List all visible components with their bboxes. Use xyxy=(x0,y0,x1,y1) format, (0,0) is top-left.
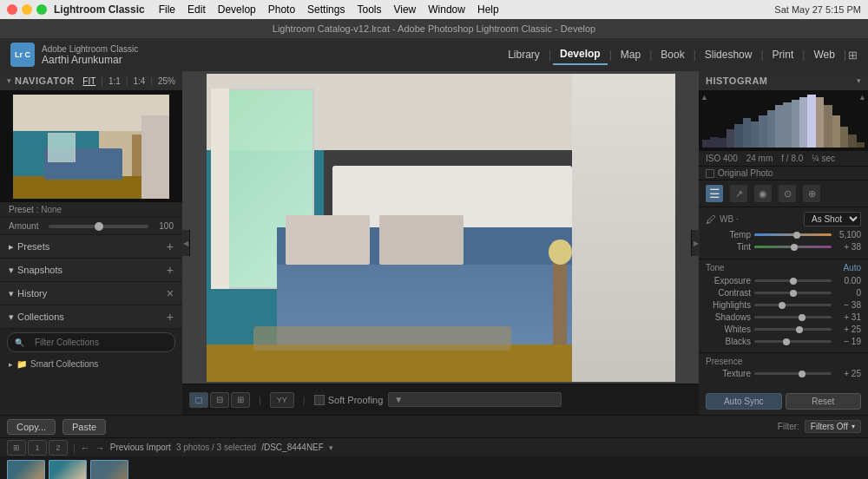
temp-value: 5,100 xyxy=(835,230,861,240)
shadows-slider[interactable] xyxy=(754,316,832,318)
reset-button[interactable]: Reset xyxy=(786,393,862,410)
whites-slider[interactable] xyxy=(754,328,832,331)
filter-dropdown[interactable]: Filters Off ▾ xyxy=(805,420,861,433)
filmstrip-back-btn[interactable]: ← xyxy=(81,443,90,453)
zoom-fit[interactable]: FIT xyxy=(82,76,95,86)
snapshots-section-header[interactable]: ▾ Snapshots + xyxy=(0,259,182,282)
tone-curve-tool[interactable]: ↗ xyxy=(730,185,747,202)
filmstrip-num2-btn[interactable]: 2 xyxy=(49,440,68,456)
nav-develop[interactable]: Develop xyxy=(553,44,608,65)
menu-view[interactable]: View xyxy=(393,3,416,16)
highlights-slider[interactable] xyxy=(754,304,832,306)
history-section-header[interactable]: ▾ History × xyxy=(0,282,182,305)
smart-collections-item[interactable]: ▸ 📁 Smart Collections xyxy=(0,356,182,372)
sync-reset-bar: Auto Sync Reset xyxy=(699,388,868,415)
collections-section-header[interactable]: ▾ Collections + xyxy=(0,305,182,329)
soft-proofing-dropdown[interactable]: ▼ xyxy=(388,392,562,407)
presets-section-header[interactable]: ▸ Presets + xyxy=(0,235,182,259)
snapshots-add-button[interactable]: + xyxy=(167,263,174,277)
filmstrip-path-dropdown[interactable]: ▾ xyxy=(329,443,333,452)
menu-tools[interactable]: Tools xyxy=(357,3,381,16)
filmstrip-thumb-2[interactable] xyxy=(49,460,87,479)
paste-button[interactable]: Paste xyxy=(62,419,106,435)
basic-panel-tool[interactable]: ☰ xyxy=(706,185,723,202)
close-button-traffic[interactable] xyxy=(7,4,17,15)
history-label: History xyxy=(17,288,47,299)
histogram-highlight-clip[interactable]: ▲ xyxy=(858,93,866,102)
history-close-button[interactable]: × xyxy=(167,286,174,300)
wb-eyedropper-icon[interactable]: 🖊 xyxy=(706,213,716,226)
temp-slider[interactable] xyxy=(754,233,832,236)
mac-bar-left: Lightroom Classic File Edit Develop Phot… xyxy=(7,3,499,16)
zoom-sep-3: | xyxy=(150,76,153,86)
preset-label: Preset : None xyxy=(9,205,62,214)
navigator-preview-area xyxy=(0,91,182,202)
auto-sync-button[interactable]: Auto Sync xyxy=(706,393,782,410)
before-after-button[interactable]: YY xyxy=(270,392,294,408)
nav-print[interactable]: Print xyxy=(766,45,801,64)
nav-sep-3: | xyxy=(649,49,652,61)
whites-value: + 25 xyxy=(835,325,861,334)
white-balance-section: 🖊 WB · As Shot Temp 5,100 Tint xyxy=(699,207,868,259)
maximize-button-traffic[interactable] xyxy=(36,4,47,15)
filmstrip-grid-btn[interactable]: ⊞ xyxy=(7,440,26,456)
contrast-slider[interactable] xyxy=(754,292,832,294)
collections-add-button[interactable]: + xyxy=(167,310,174,324)
nav-book[interactable]: Book xyxy=(654,45,691,64)
blacks-slider[interactable] xyxy=(754,340,832,343)
navigator-zoom-controls[interactable]: FIT | 1:1 | 1:4 | 25% xyxy=(82,76,175,86)
zoom-1to1[interactable]: 1:1 xyxy=(108,76,121,86)
soft-proofing-checkbox[interactable] xyxy=(314,395,325,405)
zoom-25[interactable]: 25% xyxy=(158,76,175,86)
whites-label: Whites xyxy=(706,325,751,334)
lightroom-logo: Lr C xyxy=(10,43,35,67)
menu-help[interactable]: Help xyxy=(477,3,499,16)
filmstrip-num1-btn[interactable]: 1 xyxy=(28,440,47,456)
menu-settings[interactable]: Settings xyxy=(307,3,345,16)
copy-button[interactable]: Copy... xyxy=(7,419,56,435)
menu-file[interactable]: File xyxy=(159,3,175,16)
filmstrip-fwd-btn[interactable]: → xyxy=(95,443,105,453)
histogram-shadow-clip[interactable]: ▲ xyxy=(700,93,708,102)
left-panel-collapse[interactable]: ◀ xyxy=(181,230,190,256)
main-image-area[interactable] xyxy=(182,71,699,384)
filmstrip-thumb-3[interactable] xyxy=(90,460,128,479)
nav-map[interactable]: Map xyxy=(614,45,648,64)
navigator-collapse-arrow[interactable]: ▾ xyxy=(7,76,11,85)
menu-window[interactable]: Window xyxy=(428,3,465,16)
snapshots-collapse-icon: ▾ xyxy=(9,265,14,276)
filmstrip-view-btns: ⊞ 1 2 xyxy=(7,440,68,456)
nav-library[interactable]: Library xyxy=(501,45,547,64)
menu-edit[interactable]: Edit xyxy=(187,3,206,16)
survey-view-button[interactable]: ⊞ xyxy=(231,392,250,408)
camera-info-bar: ISO 400 24 mm f / 8.0 ¼ sec xyxy=(699,151,868,167)
contrast-value: 0 xyxy=(835,288,861,298)
nav-slideshow[interactable]: Slideshow xyxy=(698,45,760,64)
tint-slider[interactable] xyxy=(754,246,832,248)
zoom-1to4[interactable]: 1:4 xyxy=(133,76,145,86)
exposure-slider[interactable] xyxy=(754,279,832,282)
collections-search-input[interactable] xyxy=(28,335,168,350)
presets-add-button[interactable]: + xyxy=(167,240,174,253)
filmstrip-thumb-1[interactable] xyxy=(7,460,45,479)
tone-auto-button[interactable]: Auto xyxy=(843,263,861,272)
hsl-tool[interactable]: ◉ xyxy=(754,185,772,202)
original-photo-checkbox[interactable] xyxy=(706,169,714,178)
texture-slider[interactable] xyxy=(754,372,832,375)
minimize-button-traffic[interactable] xyxy=(22,4,32,15)
loupe-view-button[interactable]: □ xyxy=(189,392,208,408)
detail-tool[interactable]: ⊕ xyxy=(803,185,820,202)
amount-slider[interactable] xyxy=(49,225,148,228)
soft-proofing-toggle[interactable]: Soft Proofing xyxy=(314,395,384,405)
compare-view-button[interactable]: ⊟ xyxy=(210,392,229,408)
menu-develop[interactable]: Develop xyxy=(218,3,256,16)
wb-dropdown[interactable]: As Shot xyxy=(804,212,861,226)
thumb-1-preview xyxy=(8,461,44,479)
histogram-collapse[interactable]: ▾ xyxy=(857,76,861,85)
app-logo: Lr C Adobe Lightroom Classic Aarthi Arun… xyxy=(10,43,138,67)
right-panel-collapse[interactable]: ▶ xyxy=(691,230,700,256)
color-grading-tool[interactable]: ⊙ xyxy=(779,185,796,202)
menu-photo[interactable]: Photo xyxy=(268,3,295,16)
zoom-sep-2: | xyxy=(126,76,128,86)
nav-web[interactable]: Web xyxy=(806,45,841,64)
